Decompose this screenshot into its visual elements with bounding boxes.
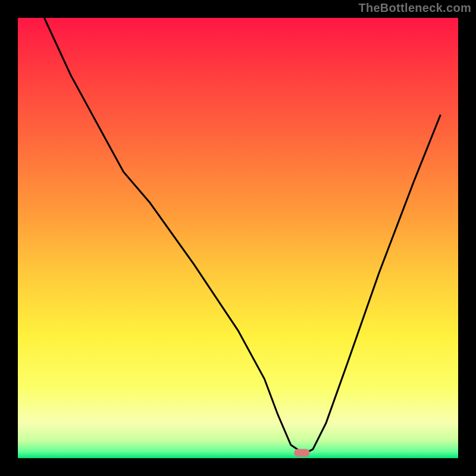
optimal-point-marker (294, 449, 309, 457)
watermark-text: TheBottleneck.com (358, 1, 471, 15)
bottleneck-chart (0, 0, 476, 476)
chart-container: TheBottleneck.com (0, 0, 476, 476)
